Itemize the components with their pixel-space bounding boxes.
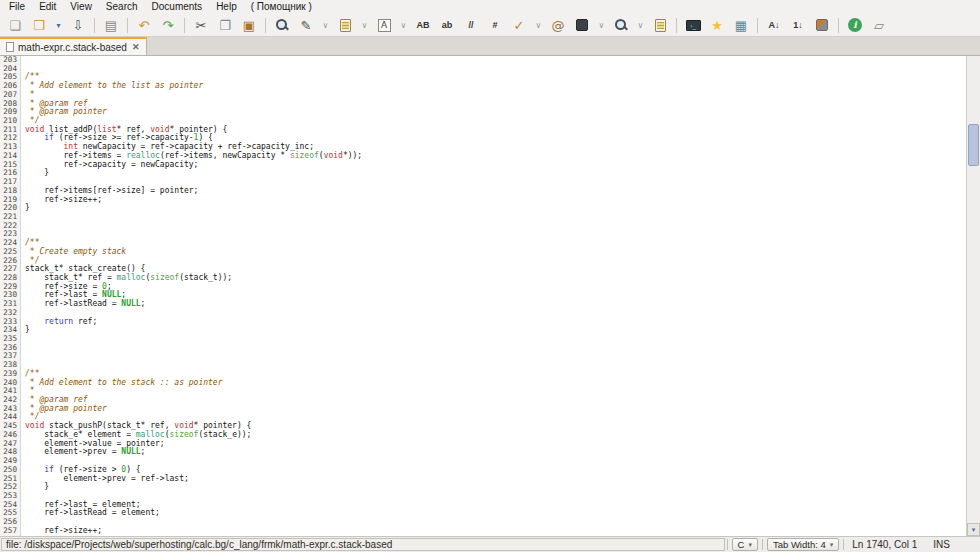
code-line[interactable]: 208 * @param ref xyxy=(0,100,980,109)
code-line[interactable]: 232 xyxy=(0,309,980,318)
toolbar-copy-button[interactable]: ❐ xyxy=(213,15,237,36)
code-line[interactable]: 218 ref->items[ref->size] = pointer; xyxy=(0,187,980,196)
code-line[interactable]: 203 xyxy=(0,56,980,65)
toolbar-undo-button[interactable]: ↶ xyxy=(132,15,156,36)
scroll-down-button[interactable]: ▾ xyxy=(967,523,980,536)
toolbar-redo-button[interactable]: ↷ xyxy=(156,15,180,36)
code-line[interactable]: 248 element->prev = NULL; xyxy=(0,448,980,457)
code-line[interactable]: 215 ref->capacity = newCapacity; xyxy=(0,161,980,170)
code-editor[interactable]: 203204205/**206 * Add element to the lis… xyxy=(0,56,980,536)
toolbar-color-swatch-button[interactable] xyxy=(810,15,834,36)
toolbar-spellcheck-button[interactable]: ✓ xyxy=(507,15,531,36)
code-line[interactable]: 226 */ xyxy=(0,257,980,266)
code-line[interactable]: 230 ref->last = NULL; xyxy=(0,291,980,300)
vertical-scrollbar[interactable]: ▴ ▾ xyxy=(966,56,980,536)
menu-item-search[interactable]: Search xyxy=(99,0,145,14)
menu-item-assistant[interactable]: ( Помощник ) xyxy=(244,0,319,14)
code-line[interactable]: 256 xyxy=(0,518,980,527)
code-line[interactable]: 228 stack_t* ref = malloc(sizeof(stack_t… xyxy=(0,274,980,283)
toolbar-paste-button[interactable]: ▣ xyxy=(237,15,261,36)
code-line[interactable]: 220} xyxy=(0,204,980,213)
toolbar-hash-comment-button[interactable]: # xyxy=(483,15,507,36)
statusbar: file: /diskspace/Projects/web/superhosti… xyxy=(0,536,980,552)
toolbar-open-dropdown-button[interactable]: ▾ xyxy=(51,15,66,36)
toolbar-uppercase-button[interactable]: AB xyxy=(411,15,435,36)
toolbar-spellcheck-dropdown-button[interactable]: ∨ xyxy=(531,15,546,36)
toolbar-sort-numeric-button[interactable]: 1↓ xyxy=(786,15,810,36)
code-line[interactable]: 209 * @param pointer xyxy=(0,108,980,117)
code-line[interactable]: 257 ref->size++; xyxy=(0,527,980,536)
code-line[interactable]: 237 xyxy=(0,352,980,361)
toolbar-goto-doc-button[interactable] xyxy=(333,15,357,36)
code-line[interactable]: 204 xyxy=(0,65,980,74)
code-text xyxy=(21,335,25,344)
toolbar-lowercase-button[interactable]: ab xyxy=(435,15,459,36)
uppercase-icon: AB xyxy=(417,19,430,32)
toolbar-print-button[interactable]: ▤ xyxy=(99,15,123,36)
menu-item-documents[interactable]: Documents xyxy=(145,0,210,14)
toolbar-snail-tool-button[interactable]: @ xyxy=(546,15,570,36)
scrollbar-thumb[interactable] xyxy=(968,124,979,166)
code-line[interactable]: 235 xyxy=(0,335,980,344)
code-line[interactable]: 207 * xyxy=(0,91,980,100)
code-line[interactable]: 252 } xyxy=(0,483,980,492)
toolbar-sort-az-button[interactable]: A↓ xyxy=(762,15,786,36)
toolbar-save-file-button[interactable]: ⇩ xyxy=(66,15,90,36)
code-line[interactable]: 206 * Add element to the list as pointer xyxy=(0,82,980,91)
toolbar-find-button[interactable] xyxy=(270,15,294,36)
menu-item-help[interactable]: Help xyxy=(209,0,244,14)
toolbar-new-file-button[interactable]: ❏ xyxy=(3,15,27,36)
code-line[interactable]: 249 xyxy=(0,457,980,466)
toolbar-font-dropdown-button[interactable]: ∨ xyxy=(396,15,411,36)
menu-item-view[interactable]: View xyxy=(63,0,99,14)
spellcheck-icon: ✓ xyxy=(514,19,525,32)
toolbar-find-replace-button[interactable]: ✎ xyxy=(294,15,318,36)
scrollbar-track[interactable] xyxy=(967,56,980,523)
code-line[interactable]: 234} xyxy=(0,326,980,335)
toolbar-favorites-button[interactable]: ★ xyxy=(705,15,729,36)
code-line[interactable]: 223 xyxy=(0,230,980,239)
toolbar-comment-toggle-button[interactable]: // xyxy=(459,15,483,36)
toolbar-open-file-button[interactable]: ❒ xyxy=(27,15,51,36)
toolbar-goto-dropdown-button[interactable]: ∨ xyxy=(357,15,372,36)
toolbar-find-dropdown-button[interactable]: ∨ xyxy=(318,15,333,36)
code-line[interactable]: 238 xyxy=(0,361,980,370)
code-line[interactable]: 242 * @param ref xyxy=(0,396,980,405)
code-line[interactable]: 224/** xyxy=(0,239,980,248)
code-line[interactable]: 222 xyxy=(0,222,980,231)
tab-close-button[interactable]: ✕ xyxy=(131,42,141,52)
toolbar-terminal-button[interactable]: ›_ xyxy=(681,15,705,36)
code-line[interactable]: 229 ref->size = 0; xyxy=(0,283,980,292)
tab-width-selector[interactable]: Tab Width: 4 ▾ xyxy=(767,538,839,551)
toolbar-ruler-button[interactable]: ▱ xyxy=(867,15,891,36)
code-line[interactable]: 225 * Create empty stack xyxy=(0,248,980,257)
menu-item-edit[interactable]: Edit xyxy=(32,0,63,14)
code-line[interactable]: 247 element->value = pointer; xyxy=(0,440,980,449)
toolbar-about-info-button[interactable]: i xyxy=(843,15,867,36)
code-line[interactable]: 243 * @param pointer xyxy=(0,405,980,414)
toolbar-symbol-search-button[interactable] xyxy=(609,15,633,36)
menu-item-file[interactable]: File xyxy=(2,0,32,14)
code-line[interactable]: 255 ref->lastRead = element; xyxy=(0,509,980,518)
toolbar-dark-tool-button[interactable] xyxy=(570,15,594,36)
code-line[interactable]: 221 xyxy=(0,213,980,222)
code-line[interactable]: 219 ref->size++; xyxy=(0,196,980,205)
language-selector[interactable]: C ▾ xyxy=(732,538,758,551)
code-line[interactable]: 236 xyxy=(0,344,980,353)
code-line[interactable]: 233 return ref; xyxy=(0,318,980,327)
toolbar-dark-tool-dropdown-button[interactable]: ∨ xyxy=(594,15,609,36)
code-line[interactable]: 216 } xyxy=(0,169,980,178)
toolbar-cut-button[interactable]: ✂ xyxy=(189,15,213,36)
font-dropdown-icon: ∨ xyxy=(401,19,407,32)
tab-math-expr[interactable]: math-expr.c.stack-based ✕ xyxy=(0,37,147,55)
code-line[interactable]: 240 * Add element to the stack :: as poi… xyxy=(0,379,980,388)
code-line[interactable]: 251 element->prev = ref->last; xyxy=(0,475,980,484)
toolbar-notes-doc-button[interactable] xyxy=(648,15,672,36)
code-line[interactable]: 241 * xyxy=(0,387,980,396)
toolbar-list-view-button[interactable]: ▦ xyxy=(729,15,753,36)
toolbar-font-highlight-button[interactable]: A xyxy=(372,15,396,36)
code-line[interactable]: 231 ref->lastRead = NULL; xyxy=(0,300,980,309)
code-line[interactable]: 253 xyxy=(0,492,980,501)
spellcheck-dropdown-icon: ∨ xyxy=(536,19,542,32)
toolbar-symbol-dropdown-button[interactable]: ∨ xyxy=(633,15,648,36)
